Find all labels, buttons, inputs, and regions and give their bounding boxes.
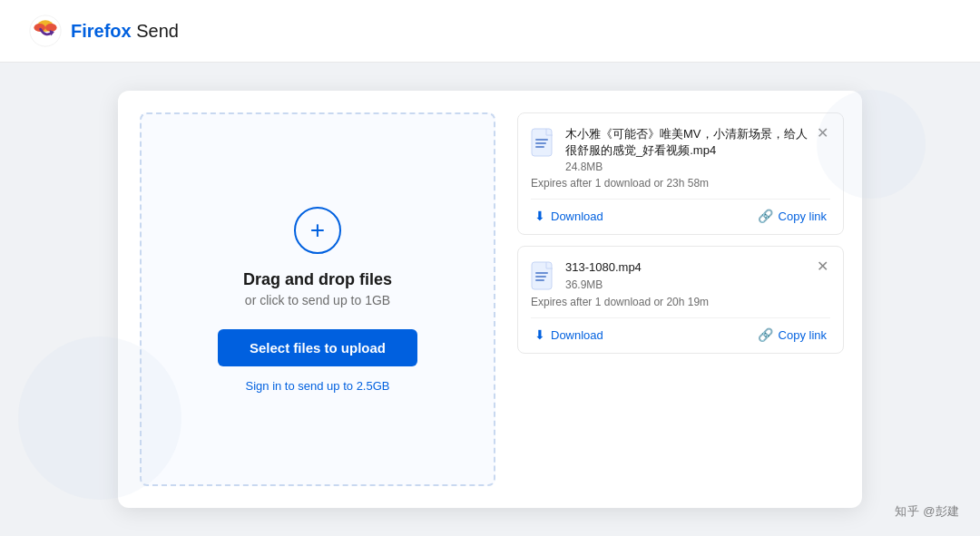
file-actions: ⬇ Download 🔗 Copy link [531,317,830,344]
download-icon: ⬇ [534,327,545,342]
file-icon [531,261,556,292]
svg-rect-11 [535,276,546,278]
download-label: Download [551,210,603,223]
download-icon: ⬇ [534,209,545,223]
select-files-button[interactable]: Select files to upload [218,329,417,366]
app-header: Firefox Send [0,0,980,63]
main-card: + Drag and drop files or click to send u… [118,91,862,508]
copy-link-label: Copy link [779,328,827,342]
upload-subtitle: or click to send up to 1GB [245,293,390,307]
file-icon [531,128,556,159]
svg-rect-7 [535,142,546,144]
firefox-send-logo-icon [29,15,62,47]
file-list: 木小雅《可能否》唯美MV，小清新场景，给人很舒服的感觉_好看视频.mp4 24.… [517,91,862,508]
file-size: 24.8MB [565,161,815,173]
file-actions: ⬇ Download 🔗 Copy link [531,199,830,225]
file-size: 36.9MB [565,278,815,291]
svg-rect-6 [535,139,548,141]
file-name: 木小雅《可能否》唯美MV，小清新场景，给人很舒服的感觉_好看视频.mp4 [565,126,815,159]
bg-decoration-left [18,336,181,500]
svg-point-2 [34,24,45,32]
file-card: 木小雅《可能否》唯美MV，小清新场景，给人很舒服的感觉_好看视频.mp4 24.… [517,112,844,235]
logo-text: Firefox Send [71,21,179,42]
file-expires: Expires after 1 download or 23h 58m [531,177,830,190]
download-button[interactable]: ⬇ Download [531,207,607,225]
logo-strong: Firefox [71,21,132,41]
remove-file-button[interactable]: ✕ [815,259,830,274]
svg-rect-8 [535,146,544,148]
download-label: Download [551,328,603,342]
copy-link-button[interactable]: 🔗 Copy link [754,207,830,225]
file-card-header: 313-1080.mp4 36.9MB ✕ [531,259,830,292]
copy-link-icon: 🔗 [758,209,773,223]
file-info: 木小雅《可能否》唯美MV，小清新场景，给人很舒服的感觉_好看视频.mp4 24.… [565,126,815,173]
svg-point-3 [45,24,57,32]
signin-link[interactable]: Sign in to send up to 2.5GB [246,379,390,393]
file-card-left: 木小雅《可能否》唯美MV，小清新场景，给人很舒服的感觉_好看视频.mp4 24.… [531,126,815,173]
copy-link-label: Copy link [779,210,827,223]
file-info: 313-1080.mp4 36.9MB [565,259,815,290]
file-card-header: 木小雅《可能否》唯美MV，小清新场景，给人很舒服的感觉_好看视频.mp4 24.… [531,126,830,173]
svg-rect-10 [535,272,548,274]
upload-drop-zone[interactable]: + Drag and drop files or click to send u… [140,112,495,486]
add-files-icon[interactable]: + [294,207,341,254]
upload-title: Drag and drop files [243,270,392,289]
file-expires: Expires after 1 download or 20h 19m [531,296,830,308]
watermark: 知乎 @彭建 [895,503,960,520]
copy-link-icon: 🔗 [758,327,773,342]
file-name: 313-1080.mp4 [565,259,815,276]
copy-link-button[interactable]: 🔗 Copy link [754,326,830,344]
file-card-left: 313-1080.mp4 36.9MB [531,259,815,292]
file-card: 313-1080.mp4 36.9MB ✕ Expires after 1 do… [517,246,844,354]
logo: Firefox Send [29,15,179,47]
main-content: + Drag and drop files or click to send u… [0,63,980,536]
download-button[interactable]: ⬇ Download [531,326,607,344]
bg-decoration-right [817,90,926,199]
svg-rect-12 [535,279,544,281]
